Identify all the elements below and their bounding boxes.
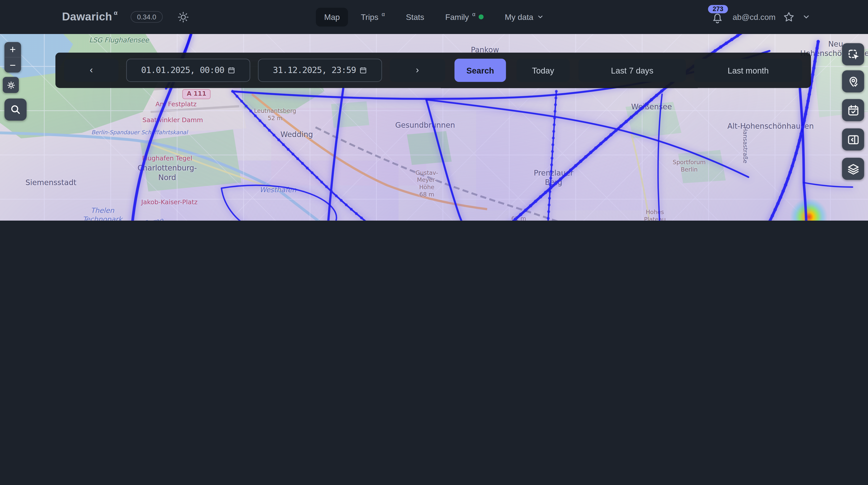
start-datetime-input[interactable]: 01.01.2025, 00:00 (126, 59, 250, 82)
area-select-button[interactable] (842, 43, 864, 65)
last-7-days-button[interactable]: Last 7 days (579, 59, 686, 82)
zoom-in-button[interactable]: + (4, 42, 21, 58)
tab-my-data[interactable]: My data (496, 7, 552, 27)
family-online-dot (479, 14, 484, 20)
favorite-button[interactable] (783, 11, 795, 23)
today-button[interactable]: Today (516, 59, 569, 82)
panel-left-icon (846, 133, 860, 146)
calendar-check-icon (846, 104, 860, 117)
panel-toggle-button[interactable] (842, 128, 864, 151)
main-nav: Map Tripsα Stats Familyα My data (316, 7, 552, 27)
search-button[interactable]: Search (455, 59, 506, 82)
tab-trips[interactable]: Tripsα (353, 7, 393, 27)
calendar-icon (227, 66, 235, 74)
prev-period-button[interactable]: ‹ (64, 59, 118, 82)
magnifier-icon (9, 103, 22, 116)
last-month-button[interactable]: Last month (694, 59, 802, 82)
area-select-icon (846, 48, 860, 61)
tab-family[interactable]: Familyα (437, 7, 492, 27)
layers-icon (846, 162, 860, 175)
tab-stats[interactable]: Stats (398, 7, 433, 27)
alpha-sup: α (472, 11, 475, 17)
user-menu-button[interactable] (802, 13, 810, 21)
top-navbar: Dawarichα 0.34.0 Map Tripsα Stats Family… (0, 0, 868, 34)
point-select-button[interactable] (842, 70, 864, 92)
alpha-sup: α (382, 11, 385, 17)
notification-count-badge: 273 (708, 5, 728, 13)
alpha-sup: α (114, 9, 118, 16)
chevron-down-icon (802, 13, 810, 21)
map-settings-button[interactable] (3, 77, 19, 93)
calendar-icon (359, 66, 367, 74)
bell-icon (711, 12, 724, 25)
app-logo[interactable]: Dawarichα (62, 10, 116, 24)
date-range-toolbar: ‹ 01.01.2025, 00:00 31.12.2025, 23:59 › … (55, 53, 811, 88)
version-badge: 0.34.0 (130, 11, 163, 23)
zoom-out-button[interactable]: − (4, 58, 21, 72)
next-period-button[interactable]: › (390, 59, 445, 82)
star-icon (783, 11, 795, 23)
user-email: ab@cd.com (733, 12, 776, 21)
gear-icon (6, 80, 16, 90)
zoom-control: + − (4, 42, 21, 72)
point-select-icon (846, 75, 860, 88)
notifications-button[interactable]: 273 (711, 8, 725, 25)
layers-button[interactable] (842, 158, 864, 180)
end-datetime-input[interactable]: 31.12.2025, 23:59 (258, 59, 382, 82)
calendar-select-button[interactable] (842, 99, 864, 121)
chevron-down-icon (536, 13, 544, 21)
dawarich-app: LSG FlughafenseeLeutnantsberg 52 mWeddin… (0, 0, 868, 221)
tab-map[interactable]: Map (316, 7, 348, 27)
sun-icon[interactable] (177, 11, 189, 23)
map-search-button[interactable] (4, 98, 27, 121)
